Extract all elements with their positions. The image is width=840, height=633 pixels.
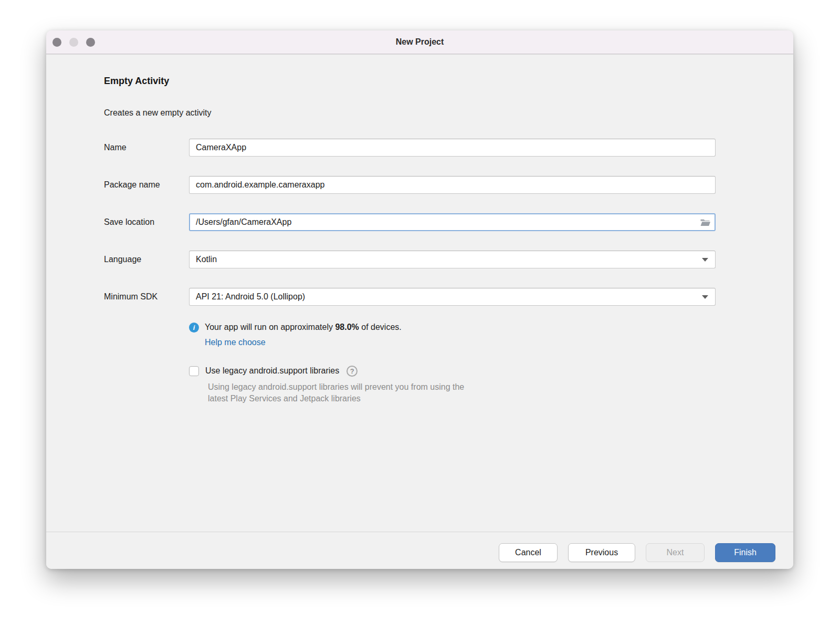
dialog-content: Empty Activity Creates a new empty activ…	[46, 55, 793, 532]
language-selected-value: Kotlin	[196, 255, 217, 264]
window-title: New Project	[46, 37, 793, 47]
window-controls	[52, 30, 95, 54]
help-icon[interactable]: ?	[346, 366, 358, 377]
legacy-support-row: Use legacy android.support libraries ?	[189, 365, 793, 377]
minimum-sdk-selected-value: API 21: Android 5.0 (Lollipop)	[196, 292, 305, 302]
package-name-input[interactable]	[189, 176, 716, 194]
sdk-info-text: Your app will run on approximately 98.0%…	[205, 323, 402, 332]
save-location-row: Save location	[104, 213, 793, 231]
dropdown-arrow-icon	[702, 295, 708, 299]
folder-open-icon	[700, 221, 711, 229]
page-title: Empty Activity	[104, 75, 793, 87]
name-label: Name	[104, 143, 189, 152]
info-icon: i	[189, 323, 199, 333]
language-select[interactable]: Kotlin	[189, 251, 716, 268]
zoom-button[interactable]	[86, 38, 95, 47]
legacy-support-description: Using legacy android.support libraries w…	[208, 381, 484, 404]
project-form: Name Package name Save location	[104, 139, 793, 306]
name-row: Name	[104, 139, 793, 157]
dropdown-arrow-icon	[702, 258, 708, 262]
minimum-sdk-row: Minimum SDK API 21: Android 5.0 (Lollipo…	[104, 288, 793, 306]
legacy-support-checkbox[interactable]	[189, 366, 199, 376]
legacy-support-label: Use legacy android.support libraries	[205, 366, 339, 376]
finish-button[interactable]: Finish	[715, 543, 775, 562]
language-row: Language Kotlin	[104, 251, 793, 268]
sdk-info-line: i Your app will run on approximately 98.…	[189, 321, 793, 334]
minimum-sdk-label: Minimum SDK	[104, 292, 189, 302]
dialog-footer: Cancel Previous Next Finish	[46, 532, 793, 569]
titlebar: New Project	[46, 30, 793, 54]
legacy-support-block: Use legacy android.support libraries ? U…	[189, 365, 793, 404]
minimize-button[interactable]	[69, 38, 78, 47]
new-project-dialog: New Project Empty Activity Creates a new…	[46, 30, 793, 569]
language-label: Language	[104, 255, 189, 264]
cancel-button[interactable]: Cancel	[499, 543, 558, 562]
close-button[interactable]	[52, 38, 61, 47]
package-name-row: Package name	[104, 176, 793, 194]
help-me-choose-link[interactable]: Help me choose	[205, 337, 266, 348]
device-percent: 98.0%	[335, 323, 359, 331]
save-location-input[interactable]	[189, 213, 716, 231]
browse-folder-button[interactable]	[700, 218, 711, 227]
save-location-field	[189, 213, 716, 231]
sdk-info-block: i Your app will run on approximately 98.…	[189, 321, 793, 348]
package-name-label: Package name	[104, 180, 189, 190]
next-button: Next	[646, 543, 705, 562]
previous-button[interactable]: Previous	[568, 543, 635, 562]
save-location-label: Save location	[104, 217, 189, 227]
page-subtitle: Creates a new empty activity	[104, 107, 793, 119]
name-input[interactable]	[189, 139, 716, 157]
minimum-sdk-select[interactable]: API 21: Android 5.0 (Lollipop)	[189, 288, 716, 306]
